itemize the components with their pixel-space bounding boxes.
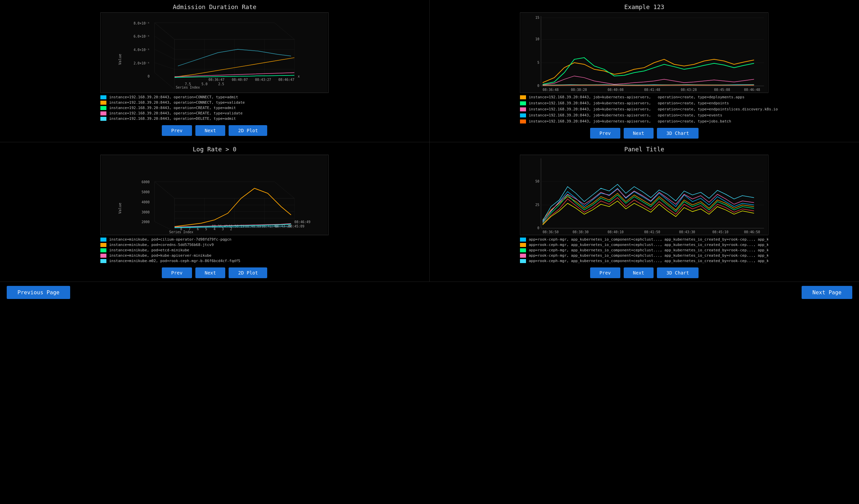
legend-br-color-0 bbox=[520, 238, 526, 242]
legend-bl-text-0: instance=minikube, pod=cilium-operator-7… bbox=[109, 237, 231, 242]
legend-br-item-2: app=rook-ceph-mgr, app_kubernetes_io_com… bbox=[520, 248, 768, 252]
svg-text:0: 0 bbox=[538, 226, 540, 230]
panel-bottom-left: Log Rate > 0 6000 5000 4000 3000 2000 bbox=[0, 142, 430, 281]
legend-text-r1-col1: instance=192.168.39.20:8443, job=kuberne… bbox=[529, 101, 651, 105]
legend-br-item-0: app=rook-ceph-mgr, app_kubernetes_io_com… bbox=[520, 237, 768, 242]
svg-text:08:43:30: 08:43:30 bbox=[679, 230, 695, 234]
svg-text:x: x bbox=[298, 75, 300, 78]
next-button-bottom-right[interactable]: Next bbox=[624, 268, 654, 278]
panel-title-admission: Admission Duration Rate bbox=[173, 3, 256, 11]
svg-rect-46 bbox=[101, 155, 328, 235]
prev-button-top-right[interactable]: Prev bbox=[590, 128, 620, 139]
prev-page-button[interactable]: Previous Page bbox=[7, 286, 70, 299]
svg-text:08:36:47: 08:36:47 bbox=[209, 78, 225, 81]
legend-color-2 bbox=[100, 106, 106, 110]
svg-text:2.5: 2.5 bbox=[218, 82, 224, 86]
svg-text:5: 5 bbox=[205, 227, 207, 231]
svg-text:08:40:07: 08:40:07 bbox=[232, 78, 248, 81]
legend-bl-color-4 bbox=[100, 259, 106, 263]
plot-button-top-left[interactable]: 2D Plot bbox=[229, 125, 267, 136]
legend-color-r3 bbox=[520, 113, 526, 118]
svg-text:10: 10 bbox=[536, 37, 540, 41]
legend-bl-color-0 bbox=[100, 238, 106, 242]
legend-item-4: instance=192.168.39.20:8443, operation=D… bbox=[100, 117, 329, 121]
chart-svg-3d-admission: 8.0×10⁻⁵ 6.0×10⁻⁵ 4.0×10⁻⁵ 2.0×10⁻⁵ 0 Va… bbox=[101, 13, 328, 93]
svg-text:7.5: 7.5 bbox=[185, 82, 191, 86]
svg-text:5: 5 bbox=[538, 61, 540, 64]
svg-text:08:45:08: 08:45:08 bbox=[714, 88, 730, 92]
legend-bl-item-4: instance=minikube-m02, pod=rook-ceph-mgr… bbox=[100, 259, 329, 263]
plot-button-top-right[interactable]: 3D Chart bbox=[657, 128, 698, 139]
svg-text:08:43:27: 08:43:27 bbox=[255, 78, 271, 81]
legend-item-r3-col2: operation=create, type=events bbox=[658, 113, 778, 118]
legend-bl-text-4: instance=minikube-m02, pod=rook-ceph-mgr… bbox=[109, 259, 240, 263]
legend-text-4: instance=192.168.39.20:8443, operation=D… bbox=[109, 117, 236, 121]
legend-bl-item-1: instance=minikube, pod=coredns-5dd5756b6… bbox=[100, 243, 329, 247]
btn-row-bottom-left: Prev Next 2D Plot bbox=[162, 268, 267, 278]
prev-button-bottom-right[interactable]: Prev bbox=[590, 268, 620, 278]
legend-item-1: instance=192.168.39.20:8443, operation=C… bbox=[100, 100, 329, 105]
prev-button-top-left[interactable]: Prev bbox=[162, 125, 192, 136]
legend-bl-color-3 bbox=[100, 254, 106, 258]
next-page-button[interactable]: Next Page bbox=[802, 286, 852, 299]
legend-item-r3-col1: instance=192.168.39.20:8443, job=kuberne… bbox=[520, 113, 651, 118]
legend-color-4 bbox=[100, 117, 106, 121]
svg-text:0: 0 bbox=[538, 84, 540, 88]
legend-item-r1-col1: instance=192.168.39.20:8443, job=kuberne… bbox=[520, 101, 651, 105]
svg-text:08:40:10: 08:40:10 bbox=[607, 230, 624, 234]
chart-svg-2d-example: 0 5 10 15 08:36:48 08:38:28 08:40:08 08:… bbox=[520, 13, 768, 93]
legend-br-text-3: app=rook-ceph-mgr, app_kubernetes_io_com… bbox=[529, 253, 768, 258]
plot-button-bottom-left[interactable]: 2D Plot bbox=[229, 268, 267, 278]
next-button-top-left[interactable]: Next bbox=[195, 125, 226, 136]
next-button-top-right[interactable]: Next bbox=[624, 128, 654, 139]
legend-text-r2-col2: operation=create, type=endpointslices.di… bbox=[658, 107, 778, 111]
svg-rect-28 bbox=[521, 13, 767, 93]
legend-text-0: instance=192.168.39.20:8443, operation=C… bbox=[109, 95, 238, 99]
legend-item-r2-col1: instance=192.168.39.20:8443, job=kuberne… bbox=[520, 107, 651, 111]
prev-button-bottom-left[interactable]: Prev bbox=[162, 268, 192, 278]
svg-text:Value: Value bbox=[118, 203, 122, 214]
legend-item-r4-col1: instance=192.168.39.20:8443, job=kuberne… bbox=[520, 119, 651, 123]
svg-text:0: 0 bbox=[148, 75, 150, 78]
panel-bottom-right: Panel Title 0 25 50 08:36:50 08:38:30 08… bbox=[430, 142, 859, 281]
svg-text:08:46:49: 08:46:49 bbox=[295, 220, 311, 224]
legend-panel: app=rook-ceph-mgr, app_kubernetes_io_com… bbox=[520, 237, 768, 264]
legend-text-r4-col1: instance=192.168.39.20:8443, job=kuberne… bbox=[529, 119, 651, 123]
plot-button-bottom-right[interactable]: 3D Chart bbox=[657, 268, 698, 278]
legend-br-item-1: app=rook-ceph-mgr, app_kubernetes_io_com… bbox=[520, 243, 768, 247]
legend-admission: instance=192.168.39.20:8443, operation=C… bbox=[100, 95, 329, 122]
legend-text-r0-col2: operation=create, type=deployments.apps bbox=[658, 95, 744, 99]
next-button-bottom-left[interactable]: Next bbox=[195, 268, 226, 278]
legend-bl-text-2: instance=minikube, pod=etcd-minikube bbox=[109, 248, 189, 252]
legend-text-2: instance=192.168.39.20:8443, operation=C… bbox=[109, 106, 236, 110]
svg-text:08:41:48: 08:41:48 bbox=[644, 88, 660, 92]
chart-example-2d: 0 5 10 15 08:36:48 08:38:28 08:40:08 08:… bbox=[520, 12, 768, 93]
svg-text:4.0×10⁻⁵: 4.0×10⁻⁵ bbox=[134, 48, 150, 52]
legend-lograte: instance=minikube, pod=cilium-operator-7… bbox=[100, 237, 329, 264]
legend-item-2: instance=192.168.39.20:8443, operation=C… bbox=[100, 106, 329, 110]
legend-bl-text-3: instance=minikube, pod=kube-apiserver-mi… bbox=[109, 253, 211, 258]
legend-text-r3-col2: operation=create, type=events bbox=[658, 113, 722, 118]
legend-text-r3-col1: instance=192.168.39.20:8443, job=kuberne… bbox=[529, 113, 651, 118]
legend-color-r4 bbox=[520, 120, 526, 123]
btn-row-bottom-right: Prev Next 3D Chart bbox=[590, 268, 698, 278]
chart-lograte-3d: 6000 5000 4000 3000 2000 Value Series In… bbox=[100, 155, 329, 235]
legend-br-text-1: app=rook-ceph-mgr, app_kubernetes_io_com… bbox=[529, 243, 768, 247]
legend-color-3 bbox=[100, 111, 106, 116]
svg-text:08:46:47: 08:46:47 bbox=[278, 78, 295, 81]
legend-bl-color-2 bbox=[100, 248, 106, 252]
svg-text:08:40:08: 08:40:08 bbox=[607, 88, 624, 92]
svg-text:15: 15 bbox=[536, 16, 540, 19]
panel-top-right: Example 123 0 5 10 15 08:36:48 08:38:2 bbox=[430, 0, 859, 142]
svg-text:08:41:50: 08:41:50 bbox=[644, 230, 660, 234]
svg-text:6.0×10⁻⁵: 6.0×10⁻⁵ bbox=[134, 34, 150, 38]
svg-text:08:43:28: 08:43:28 bbox=[681, 88, 697, 92]
svg-text:5.0: 5.0 bbox=[202, 82, 208, 86]
panel-top-left: Admission Duration Rate bbox=[0, 0, 430, 142]
legend-bl-item-0: instance=minikube, pod=cilium-operator-7… bbox=[100, 237, 329, 242]
legend-color-0 bbox=[100, 95, 106, 99]
panel-title-panel: Panel Title bbox=[624, 146, 664, 153]
svg-text:50: 50 bbox=[536, 180, 540, 183]
bottom-navigation: Previous Page Next Page bbox=[0, 281, 859, 303]
legend-br-item-3: app=rook-ceph-mgr, app_kubernetes_io_com… bbox=[520, 253, 768, 258]
